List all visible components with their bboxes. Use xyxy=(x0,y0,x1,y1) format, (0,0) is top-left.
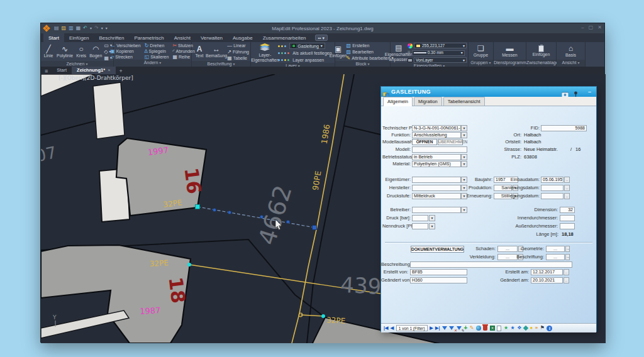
vertex-grip[interactable] xyxy=(213,208,216,211)
layer-dropdown[interactable]: Gasleitung▾ xyxy=(289,43,325,49)
hersteller-field[interactable] xyxy=(412,185,461,191)
next-record-icon[interactable]: ▶ xyxy=(430,325,433,331)
table-button[interactable]: ▦Tabelle xyxy=(227,55,249,61)
measure-button[interactable]: ▬Messen xyxy=(502,45,518,58)
save-icon[interactable]: ▥ xyxy=(69,25,74,31)
maximize-icon[interactable]: ▢ xyxy=(589,25,594,30)
group-button[interactable]: ❏Gruppe xyxy=(474,45,488,58)
leader-button[interactable]: ↗Führung xyxy=(227,49,249,55)
pipe-label[interactable]: 32PE xyxy=(326,316,346,326)
globe-icon[interactable] xyxy=(476,326,481,331)
new-file-icon[interactable]: ▤ xyxy=(54,25,59,31)
polyline-button[interactable]: ∿Polylinie xyxy=(57,45,73,58)
beschriftung-field[interactable]: ... xyxy=(546,254,565,260)
betreiber-field[interactable] xyxy=(412,207,461,213)
pipe-label[interactable]: 32PE xyxy=(149,258,169,268)
line-button[interactable]: ╱Linie xyxy=(42,45,55,58)
oeffnen-button[interactable]: ÖFFNEN xyxy=(412,139,437,145)
undo-icon[interactable]: ↶ xyxy=(83,25,87,31)
filter-edit-icon[interactable]: ✎ xyxy=(457,326,462,330)
ribbon-tab-ansicht[interactable]: Ansicht xyxy=(169,33,196,42)
dialog-tab-allgemein[interactable]: Allgemein xyxy=(383,97,413,106)
previous-record-icon[interactable]: ◀ xyxy=(391,325,394,331)
close-icon[interactable]: ✕ xyxy=(597,25,602,30)
linear-button[interactable]: —Linear xyxy=(227,43,249,48)
nenndruck-field[interactable] xyxy=(412,223,428,229)
dialog-title-bar[interactable]: GASLEITUNG – xyxy=(381,87,596,97)
dropdown-button[interactable]: ▾ xyxy=(429,223,435,229)
modell-field[interactable] xyxy=(412,146,467,153)
export-excel-icon[interactable]: X xyxy=(490,326,495,331)
add-record-icon[interactable]: + xyxy=(464,325,467,331)
panel-label-gruppen[interactable]: Gruppen▾ xyxy=(469,60,493,67)
create-block-button[interactable]: ▧Erstellen xyxy=(347,43,394,48)
rotate-button[interactable]: ↻Drehen xyxy=(145,43,169,48)
ribbon-tab-parametrisch[interactable]: Parametrisch xyxy=(130,33,169,42)
color-dropdown[interactable]: 255,223,127▾ xyxy=(414,43,467,48)
geaendert-am-field[interactable]: 20.10.2021 xyxy=(531,277,563,283)
match-properties-button[interactable]: ▤Eigenschaften anpassen xyxy=(392,44,406,62)
date-picker-button[interactable]: .. xyxy=(564,277,569,283)
arc-button[interactable]: ◠Bogen xyxy=(89,45,102,58)
open-beschriftung-button[interactable]: → xyxy=(565,254,570,260)
open-geometrie-button[interactable]: → xyxy=(565,246,570,252)
geometrie-field[interactable]: ... xyxy=(546,246,565,252)
new-drawing-tab-icon[interactable]: + xyxy=(116,68,126,74)
year-label[interactable]: 1987 xyxy=(140,305,161,316)
innendurchmesser-field[interactable] xyxy=(560,215,575,221)
viewport-controls[interactable]: [-][Oben][2D-Drahtkörper] xyxy=(58,75,133,81)
panel-label-aendern[interactable]: Ändern▾ xyxy=(114,60,191,67)
druckstufe-field[interactable]: Mitteldruck xyxy=(412,193,461,199)
fid-field[interactable]: 5988 xyxy=(541,125,587,131)
dropdown-button[interactable]: ▾ xyxy=(461,207,467,213)
move-button[interactable]: ↔Verschieben xyxy=(110,43,141,48)
dropdown-button[interactable]: ▾ xyxy=(429,215,435,221)
ribbon-overflow-button[interactable]: ▪▪ ▾ xyxy=(315,35,328,41)
tag-icon[interactable] xyxy=(523,326,528,331)
hamburger-menu-icon[interactable]: ≡ xyxy=(41,68,52,74)
hatch-tool-icon[interactable]: ▦ xyxy=(104,55,109,61)
house-number-label[interactable]: 18 xyxy=(165,276,190,305)
panel-label-dienstprogramme[interactable]: Dienstprogramme▾ xyxy=(494,60,526,67)
paste-button[interactable]: Einfügen xyxy=(533,45,550,57)
stilllegungsdatum-field[interactable] xyxy=(541,193,564,199)
dialog-tab-tabellenansicht[interactable]: Tabellenansicht xyxy=(443,97,485,106)
date-picker-button[interactable]: .. xyxy=(564,177,570,183)
date-picker-button[interactable]: .. xyxy=(564,193,570,199)
minimize-icon[interactable]: – xyxy=(588,89,591,95)
technischer-platz-field[interactable]: N-3-G-N-091-00N0061-H-011 xyxy=(412,125,461,131)
filter-remove-icon[interactable]: ✕ xyxy=(449,326,454,330)
house-number-label[interactable]: 16 xyxy=(180,167,206,195)
copy-button[interactable]: ▣Kopieren xyxy=(110,48,141,54)
einbaudatum-field[interactable]: 05.06.1957 xyxy=(541,177,564,183)
dropdown-button[interactable]: ▾ xyxy=(461,125,467,131)
close-tab-icon[interactable]: × xyxy=(108,67,110,73)
date-picker-button[interactable]: .. xyxy=(564,185,570,191)
dropdown-button[interactable]: ▾ xyxy=(461,154,467,160)
scale-button[interactable]: ◱Skalieren xyxy=(145,54,169,60)
document-icon[interactable] xyxy=(497,326,501,331)
ribbon-tab-verwalten[interactable]: Verwalten xyxy=(196,33,228,42)
file-tab-drawing[interactable]: Zeichnung1*× xyxy=(72,67,115,74)
beschreibung-field[interactable] xyxy=(410,261,572,268)
info-icon[interactable]: i xyxy=(547,326,552,331)
uebernehmen-button[interactable]: ÜBERNEHMEN xyxy=(438,139,463,145)
ribbon-tab-einfuegen[interactable]: Einfügen xyxy=(64,33,94,42)
erstellt-am-field[interactable]: 12.12.2017 xyxy=(531,269,563,275)
dokumentverwaltung-button[interactable]: DOKUMENTVERWALTUNG xyxy=(411,246,464,253)
first-record-icon[interactable]: |◀ xyxy=(384,325,388,331)
material-field[interactable]: Polyethylen (GMS) xyxy=(412,161,461,167)
star-green-icon[interactable]: ★ xyxy=(504,325,508,331)
qat-dropdown-icon[interactable]: ▾ xyxy=(106,25,108,31)
geaendert-von-field[interactable]: H360 xyxy=(410,277,467,283)
funktion-field[interactable]: Anschlussleitung xyxy=(412,132,461,138)
print-icon[interactable]: ▦ xyxy=(76,25,81,31)
set-current-layer-button[interactable]: Als aktuell festlegen xyxy=(278,50,331,56)
app-logo-icon[interactable] xyxy=(43,25,50,32)
star-blue-icon[interactable]: ★ xyxy=(511,325,515,331)
flag-icon[interactable]: ⚑ xyxy=(540,325,545,331)
date-picker-button[interactable]: .. xyxy=(564,269,569,275)
redo-icon[interactable]: ↷ xyxy=(94,25,99,31)
eigentuemer-field[interactable] xyxy=(412,177,461,183)
ellipse-tool-icon[interactable]: ◇ xyxy=(104,49,108,55)
